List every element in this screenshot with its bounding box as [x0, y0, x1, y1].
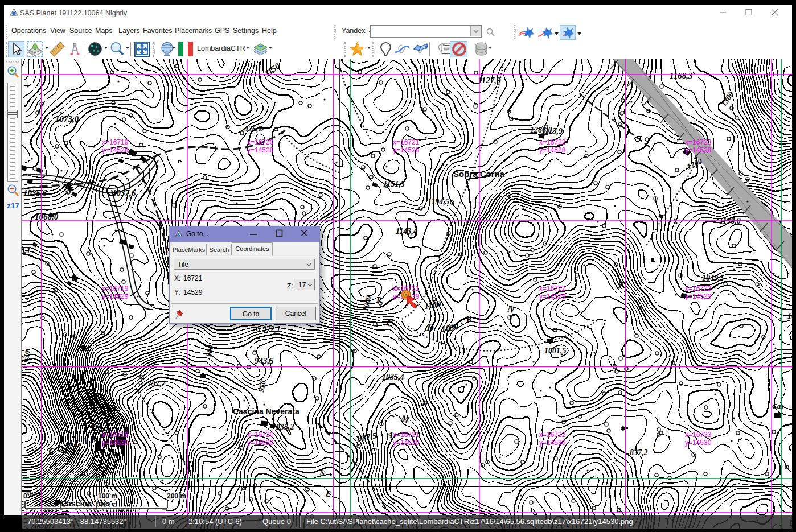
svg-text:x=16719: x=16719 — [102, 284, 129, 292]
svg-text:x=16722: x=16722 — [539, 431, 566, 439]
svg-text:1028,1: 1028,1 — [22, 246, 31, 255]
svg-text:200 m: 200 m — [167, 492, 186, 500]
svg-text:1073,0: 1073,0 — [55, 114, 79, 123]
svg-text:y=14529: y=14529 — [685, 292, 712, 300]
svg-text:x=16720: x=16720 — [247, 431, 274, 439]
svg-text:972,1: 972,1 — [262, 325, 281, 333]
svg-text:R: R — [376, 296, 381, 304]
svg-text:E: E — [324, 489, 332, 499]
svg-text:y=14530: y=14530 — [393, 439, 420, 447]
svg-text:y=14530: y=14530 — [102, 439, 129, 447]
svg-text:900: 900 — [204, 344, 215, 357]
svg-text:1037,6: 1037,6 — [112, 188, 136, 197]
svg-text:y=14530: y=14530 — [685, 439, 712, 447]
svg-text:x=16721: x=16721 — [393, 138, 420, 146]
svg-text:106: 106 — [787, 312, 792, 320]
svg-text:Cas: Cas — [772, 402, 783, 410]
svg-text:100 m: 100 m — [98, 492, 117, 500]
svg-text:y=14530: y=14530 — [539, 439, 566, 447]
svg-text:y=14529: y=14529 — [102, 292, 129, 300]
svg-text:x=16721: x=16721 — [393, 431, 420, 439]
svg-text:x=16723: x=16723 — [685, 138, 712, 146]
svg-text:x=16722: x=16722 — [539, 138, 566, 146]
svg-text:1168,3: 1168,3 — [670, 71, 693, 80]
svg-text:837,2: 837,2 — [630, 448, 648, 457]
svg-text:1001,5: 1001,5 — [544, 347, 567, 355]
svg-text:x=16723: x=16723 — [685, 431, 712, 439]
svg-text:D: D — [426, 322, 434, 333]
svg-text:757,7: 757,7 — [147, 380, 166, 388]
svg-text:943,5: 943,5 — [255, 356, 274, 365]
svg-text:M: M — [399, 413, 411, 425]
svg-text:y=14528: y=14528 — [102, 146, 129, 154]
svg-text:1200: 1200 — [686, 156, 704, 171]
svg-text:Cascina Neverata: Cascina Neverata — [233, 407, 299, 416]
svg-text:1127,9: 1127,9 — [478, 76, 501, 85]
svg-text:1050: 1050 — [441, 322, 459, 333]
svg-text:y=14528: y=14528 — [393, 146, 420, 154]
svg-text:950: 950 — [257, 380, 267, 393]
svg-text:y=14528: y=14528 — [685, 146, 712, 154]
svg-text:1150: 1150 — [263, 61, 282, 78]
svg-text:1286,0: 1286,0 — [530, 126, 552, 134]
svg-text:y=14528: y=14528 — [247, 146, 274, 154]
svg-text:935,2: 935,2 — [276, 423, 294, 431]
svg-text:0: 0 — [23, 492, 27, 500]
svg-text:1035,4: 1035,4 — [382, 373, 404, 381]
svg-text:y=14530: y=14530 — [247, 439, 274, 447]
svg-text:1100: 1100 — [424, 299, 442, 311]
svg-text:1194,5: 1194,5 — [428, 197, 449, 206]
svg-text:987,5: 987,5 — [357, 431, 378, 443]
svg-text:x=16723: x=16723 — [685, 284, 712, 292]
svg-text:1068,0: 1068,0 — [35, 212, 59, 221]
svg-text:x=16720: x=16720 — [247, 138, 274, 146]
svg-text:1049,5: 1049,5 — [702, 274, 724, 282]
svg-text:426,7: 426,7 — [244, 125, 263, 133]
svg-text:x=16719: x=16719 — [102, 431, 129, 439]
svg-text:y=14529: y=14529 — [539, 292, 566, 300]
svg-text:1035,6: 1035,6 — [23, 188, 47, 197]
svg-text:P: P — [420, 398, 429, 409]
svg-text:1151,5: 1151,5 — [383, 180, 405, 188]
svg-text:x=16722: x=16722 — [539, 284, 566, 292]
svg-text:Sopra Corna: Sopra Corna — [453, 169, 505, 179]
svg-text:661,6: 661,6 — [26, 489, 43, 498]
svg-text:1143,4: 1143,4 — [396, 227, 417, 236]
svg-text:1000: 1000 — [361, 295, 372, 312]
svg-text:x=16719: x=16719 — [102, 138, 129, 146]
svg-text:y=14528: y=14528 — [539, 146, 566, 154]
svg-text:650: 650 — [22, 349, 32, 364]
